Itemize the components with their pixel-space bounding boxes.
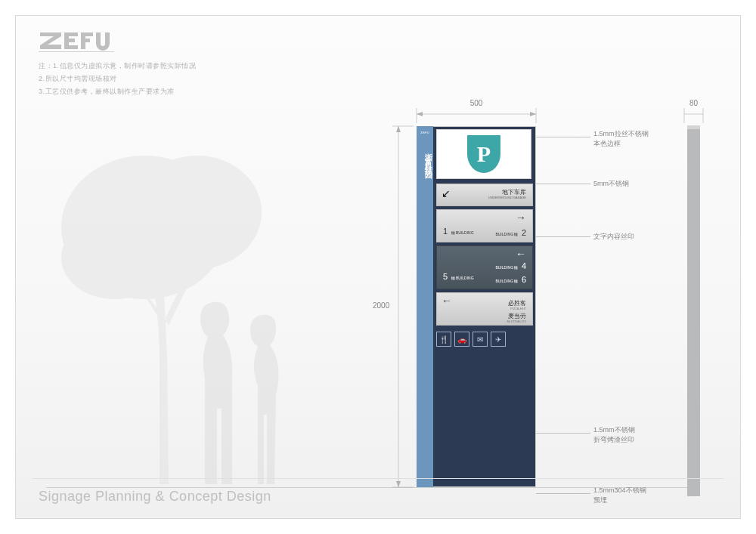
signboard: ZEFU 浙富科技园 P ↙ 地下车库 UNDERGROUND GARAGE →… — [417, 126, 536, 487]
parking-panel: P — [436, 129, 531, 179]
svg-rect-6 — [81, 39, 90, 42]
svg-marker-14 — [417, 112, 423, 116]
sign-left-bar: ZEFU 浙富科技园 — [417, 126, 433, 487]
restaurant-icon: 🍴 — [436, 332, 451, 347]
svg-marker-22 — [396, 126, 401, 132]
slab-en: UNDERGROUND GARAGE — [488, 196, 526, 200]
dimension-depth-label: 80 — [684, 99, 703, 107]
svg-point-10 — [61, 216, 167, 299]
dimension-width: 500 — [417, 97, 536, 119]
arrow-icon: ↙ — [442, 187, 451, 199]
dimension-height-label: 2000 — [373, 301, 389, 310]
amenity-icons: 🍴 🚗 ✉ ✈ — [436, 332, 533, 347]
slab-restaurants: ← 必胜客 PIZZA-HUT 麦当劳 McDONALD'S — [436, 292, 533, 326]
callout-frame: 1.5mm拉丝不锈钢 本色边框 — [593, 129, 649, 148]
callout-steel: 5mm不锈钢 — [593, 179, 629, 189]
svg-marker-15 — [530, 112, 536, 116]
svg-rect-1 — [64, 32, 78, 36]
note-line: 注：1.信息仅为虚拟示意，制作时请参照实际情况 — [39, 60, 196, 73]
callout-bend: 1.5mm不锈钢 折弯烤漆丝印 — [593, 425, 635, 444]
scene-silhouette — [46, 129, 364, 484]
page: 注：1.信息仅为虚拟示意，制作时请参照实际情况 2.所以尺寸均需现场核对 3.工… — [15, 15, 741, 519]
footer-rule — [33, 478, 723, 479]
callout-embed: 1.5mm304不锈钢 预埋 — [593, 486, 646, 505]
parking-icon: P — [467, 135, 500, 173]
slab-garage: ↙ 地下车库 UNDERGROUND GARAGE — [436, 184, 533, 206]
sign-vertical-title: 浙富科技园 — [417, 147, 433, 170]
arrow-icon: → — [516, 211, 526, 224]
svg-rect-3 — [64, 45, 78, 49]
callout-silkprint: 文字内容丝印 — [593, 232, 634, 242]
note-line: 2.所以尺寸均需现场核对 — [39, 73, 196, 85]
leader-line — [536, 433, 590, 434]
dimension-height: 2000 — [377, 126, 407, 487]
plane-icon: ✈ — [491, 332, 506, 347]
svg-rect-7 — [39, 51, 114, 52]
slab-b1-b2: → 1 幢 BUILDING BUILDING 幢 2 — [436, 209, 533, 242]
sideview-post — [687, 129, 700, 496]
svg-rect-5 — [81, 32, 93, 36]
dimension-depth: 80 — [684, 97, 703, 119]
leader-line — [536, 493, 590, 494]
leader-line — [536, 236, 590, 237]
dimension-width-label: 500 — [417, 99, 536, 107]
notes-block: 注：1.信息仅为虚拟示意，制作时请参照实际情况 2.所以尺寸均需现场核对 3.工… — [39, 60, 196, 98]
arrow-icon: ← — [442, 295, 452, 307]
leader-line — [536, 137, 590, 137]
note-line: 3.工艺仅供参考，最终以制作生产要求为准 — [39, 85, 196, 98]
footer-title: Signage Planning & Concept Design — [39, 489, 271, 505]
brand-mini: ZEFU — [419, 131, 431, 134]
svg-rect-2 — [64, 39, 75, 42]
car-icon: 🚗 — [454, 332, 469, 347]
brand-logo — [39, 26, 137, 52]
leader-line — [536, 184, 590, 184]
mail-icon: ✉ — [472, 332, 488, 347]
svg-marker-23 — [396, 481, 401, 487]
slab-b4-b5-b6: ← BUILDING 幢 4 5 幢 BUILDING BUILDING 幢 6 — [436, 245, 533, 289]
